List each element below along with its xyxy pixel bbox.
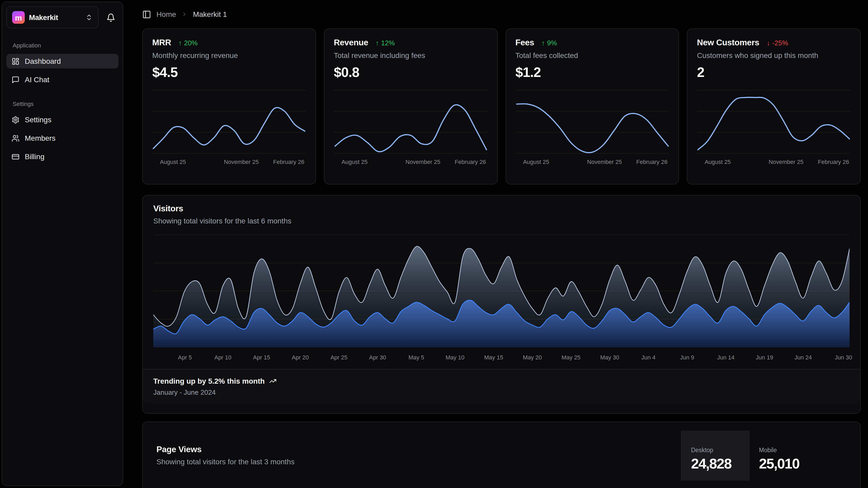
- stat-value: $4.5: [152, 64, 306, 81]
- workspace-selector[interactable]: m Makerkit: [6, 6, 98, 28]
- x-tick-label: May 30: [600, 354, 619, 361]
- breadcrumb: Home Makerkit 1: [142, 0, 861, 28]
- stat-subtitle: Total fees collected: [516, 51, 669, 60]
- delta-value: 9%: [547, 39, 557, 47]
- sidebar-nav-settings: Settings Members Billing: [6, 112, 119, 164]
- layout-dashboard-icon: [11, 57, 20, 65]
- x-tick-label: August 25: [342, 159, 368, 165]
- page-views-title: Page Views: [156, 445, 681, 454]
- x-tick-label: August 25: [160, 159, 186, 165]
- x-tick-label: May 20: [523, 354, 542, 361]
- visitors-x-axis: Apr 5Apr 10Apr 15Apr 20Apr 25Apr 30May 5…: [153, 352, 849, 362]
- sidebar-item-ai-chat[interactable]: AI Chat: [6, 72, 119, 87]
- delta-badge: ↓ -25%: [767, 39, 788, 47]
- x-tick-label: November 25: [224, 159, 258, 165]
- x-tick-label: Apr 5: [178, 354, 192, 361]
- chevron-right-icon: [181, 11, 188, 18]
- stat-subtitle: Total revenue including fees: [334, 51, 488, 60]
- delta-value: 12%: [381, 39, 395, 47]
- sidebar-item-dashboard[interactable]: Dashboard: [6, 54, 119, 68]
- page-views-stats: Desktop 24,828 Mobile 25,010: [681, 431, 818, 488]
- arrow-up-icon: ↑: [541, 39, 545, 47]
- mobile-stat-value: 25,010: [759, 456, 818, 472]
- users-icon: [11, 134, 20, 142]
- sidebar: m Makerkit Application Dashboard: [2, 2, 123, 486]
- x-tick-label: February 26: [818, 159, 849, 165]
- delta-badge: ↑ 12%: [375, 39, 395, 47]
- sidebar-section-application: Application: [6, 42, 119, 49]
- stat-card-new-customers: New Customers ↓ -25% Customers who signe…: [687, 28, 861, 184]
- dashboard-page: m Makerkit Application Dashboard: [0, 0, 868, 488]
- sparkline-x-axis: August 25November 25February 26: [516, 159, 669, 167]
- stat-subtitle: Monthly recurring revenue: [152, 51, 306, 60]
- sparkline-chart: August 25November 25February 26: [152, 90, 306, 167]
- visitors-date-range: January - June 2024: [153, 389, 849, 396]
- sparkline-chart: August 25November 25February 26: [516, 90, 669, 167]
- x-tick-label: May 25: [561, 354, 581, 361]
- stat-card-revenue: Revenue ↑ 12% Total revenue including fe…: [324, 28, 498, 184]
- breadcrumb-current: Makerkit 1: [193, 10, 227, 19]
- page-views-subtitle: Showing total visitors for the last 3 mo…: [156, 457, 681, 466]
- stat-value: $0.8: [334, 64, 488, 81]
- sidebar-nav-application: Dashboard AI Chat: [6, 54, 119, 87]
- sidebar-item-label: Dashboard: [25, 57, 61, 65]
- x-tick-label: Apr 15: [253, 354, 270, 361]
- stat-value: $1.2: [516, 64, 669, 81]
- desktop-stat-toggle[interactable]: Desktop 24,828: [681, 431, 749, 481]
- sparkline-x-axis: August 25November 25February 26: [152, 159, 306, 167]
- stat-subtitle: Customers who signed up this month: [697, 51, 851, 60]
- mobile-stat-label: Mobile: [759, 447, 818, 453]
- arrow-down-icon: ↓: [767, 39, 770, 47]
- x-tick-label: Jun 24: [795, 354, 812, 361]
- stat-card-fees: Fees ↑ 9% Total fees collected $1.2 Augu…: [505, 28, 679, 184]
- stat-title: Revenue: [334, 38, 368, 48]
- main-content: Home Makerkit 1 MRR ↑ 20% Monthly recurr…: [124, 0, 868, 488]
- sidebar-item-members[interactable]: Members: [6, 131, 119, 145]
- delta-value: -25%: [772, 39, 788, 47]
- x-tick-label: February 26: [636, 159, 668, 165]
- sidebar-item-label: Settings: [25, 115, 51, 124]
- x-tick-label: May 5: [408, 354, 424, 361]
- chevrons-up-down-icon: [85, 14, 93, 21]
- message-square-icon: [11, 76, 20, 84]
- x-tick-label: Apr 10: [214, 354, 231, 361]
- notifications-button[interactable]: [103, 9, 119, 25]
- x-tick-label: Apr 20: [292, 354, 309, 361]
- stat-cards-row: MRR ↑ 20% Monthly recurring revenue $4.5…: [142, 28, 861, 184]
- credit-card-icon: [11, 152, 20, 161]
- desktop-stat-label: Desktop: [691, 447, 749, 453]
- visitors-title: Visitors: [153, 204, 849, 213]
- delta-value: 20%: [184, 39, 198, 47]
- mobile-stat-toggle[interactable]: Mobile 25,010: [749, 431, 818, 481]
- stat-value: 2: [697, 64, 851, 81]
- workspace-row: m Makerkit: [6, 6, 119, 28]
- x-tick-label: May 15: [484, 354, 503, 361]
- x-tick-label: Apr 25: [331, 354, 348, 361]
- x-tick-label: Apr 30: [369, 354, 386, 361]
- x-tick-label: Jun 14: [717, 354, 735, 361]
- x-tick-label: November 25: [769, 159, 804, 165]
- x-tick-label: August 25: [705, 159, 731, 165]
- breadcrumb-home-link[interactable]: Home: [156, 10, 176, 19]
- gear-icon: [11, 116, 20, 123]
- x-tick-label: February 26: [273, 159, 304, 165]
- x-tick-label: Jun 4: [641, 354, 655, 361]
- stat-card-mrr: MRR ↑ 20% Monthly recurring revenue $4.5…: [142, 28, 316, 184]
- trending-up-icon: [269, 377, 276, 385]
- x-tick-label: May 10: [445, 354, 465, 361]
- sidebar-item-settings[interactable]: Settings: [6, 112, 119, 127]
- sidebar-item-billing[interactable]: Billing: [6, 149, 119, 164]
- workspace-name: Makerkit: [29, 13, 58, 22]
- x-tick-label: Jun 19: [756, 354, 773, 361]
- x-tick-label: February 26: [455, 159, 486, 165]
- visitors-trend-text: Trending up by 5.2% this month: [153, 377, 265, 385]
- sparkline-chart: August 25November 25February 26: [697, 90, 851, 167]
- delta-badge: ↑ 9%: [541, 39, 557, 47]
- page-views-card: Page Views Showing total visitors for th…: [142, 422, 861, 488]
- stat-title: New Customers: [697, 38, 760, 48]
- arrow-up-icon: ↑: [179, 39, 182, 47]
- sidebar-toggle-button[interactable]: [142, 10, 151, 19]
- visitors-card: Visitors Showing total visitors for the …: [142, 195, 861, 414]
- x-tick-label: August 25: [523, 159, 549, 165]
- x-tick-label: Jun 9: [680, 354, 694, 361]
